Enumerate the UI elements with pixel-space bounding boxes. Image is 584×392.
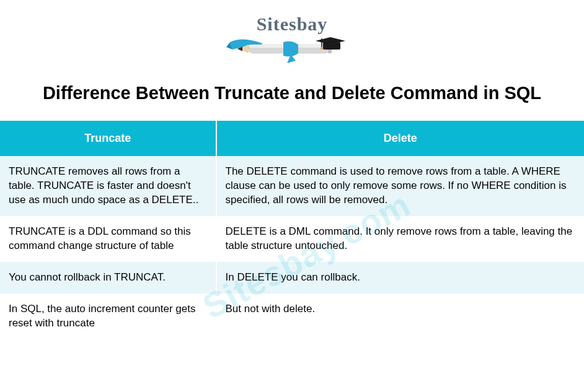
logo: Sitesbay xyxy=(218,11,366,67)
page-title: Difference Between Truncate and Delete C… xyxy=(0,83,584,103)
header-delete: Delete xyxy=(216,121,584,156)
cell-delete: DELETE is a DML command. It only remove … xyxy=(216,216,584,262)
svg-point-5 xyxy=(321,47,323,50)
table-row: In SQL, the auto increment counter gets … xyxy=(0,294,584,339)
cell-truncate: TRUNCATE removes all rows from a table. … xyxy=(0,156,216,216)
cell-delete: In DELETE you can rollback. xyxy=(216,262,584,294)
logo-pencil-icon xyxy=(224,31,360,66)
cell-delete: The DELETE command is used to remove row… xyxy=(216,156,584,216)
logo-container: Sitesbay xyxy=(0,0,584,74)
table-row: TRUNCATE removes all rows from a table. … xyxy=(0,156,584,216)
header-truncate: Truncate xyxy=(0,121,216,156)
cell-truncate: TRUNCATE is a DDL command so this comman… xyxy=(0,216,216,262)
table-header-row: Truncate Delete xyxy=(0,121,584,156)
svg-rect-3 xyxy=(323,42,340,50)
cell-truncate: You cannot rollback in TRUNCAT. xyxy=(0,262,216,294)
table-row: You cannot rollback in TRUNCAT. In DELET… xyxy=(0,262,584,294)
cell-truncate: In SQL, the auto increment counter gets … xyxy=(0,294,216,339)
comparison-table: Truncate Delete TRUNCATE removes all row… xyxy=(0,121,584,339)
table-row: TRUNCATE is a DDL command so this comman… xyxy=(0,216,584,262)
cell-delete: But not with delete. xyxy=(216,294,584,339)
